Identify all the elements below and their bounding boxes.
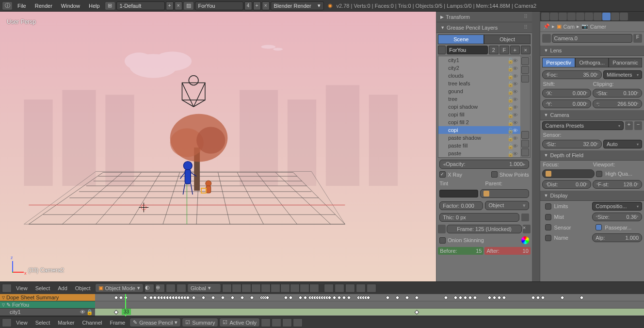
highquality-checkbox[interactable] (596, 171, 602, 177)
menu-render[interactable]: Render (31, 1, 56, 10)
xray-checkbox[interactable] (439, 171, 446, 178)
passepartout-checkbox[interactable] (596, 224, 602, 230)
pivot-dropdown[interactable]: ⊕ (155, 284, 165, 293)
gp-browse-icon[interactable] (438, 46, 446, 54)
tab-layers-icon[interactable] (550, 13, 558, 20)
focus-object-field[interactable] (542, 169, 595, 178)
layout-add-button[interactable]: + (166, 1, 174, 10)
mist-checkbox[interactable] (545, 214, 551, 220)
snap-icon[interactable] (335, 284, 344, 293)
clipstart-field[interactable]: ◂Sta:0.100▸ (593, 89, 642, 98)
layer-menu-button[interactable] (521, 75, 529, 82)
layer-add-button[interactable] (521, 57, 529, 65)
guides-dropdown[interactable]: Compositio...▾ (592, 202, 642, 211)
opengl-anim-icon[interactable] (367, 284, 376, 293)
dope-mode-dropdown[interactable]: ✎Grease Pencil▾ (129, 318, 181, 327)
breadcrumb-object[interactable]: Cam (564, 24, 575, 30)
editor-type-dope-icon[interactable] (2, 318, 12, 327)
dope-copy-icon[interactable] (282, 318, 292, 327)
ds-menu-select[interactable]: Select (32, 318, 54, 327)
gp-layer-item[interactable]: copi fill🔓👁 (438, 111, 520, 118)
manipulator-icon[interactable] (166, 284, 176, 293)
ortho-button[interactable]: Orthogra... (575, 58, 609, 67)
3d-viewport[interactable]: User Persp (0, 12, 436, 281)
vp-menu-add[interactable]: Add (54, 284, 71, 293)
gp-layer-item[interactable]: city1🔓👁 (438, 56, 520, 64)
camera-fake-button[interactable]: F (633, 34, 642, 43)
camera-browse-icon[interactable] (542, 34, 551, 43)
tab-object-icon[interactable] (576, 13, 584, 20)
menu-window[interactable]: Window (57, 1, 84, 10)
focus-distance-field[interactable]: ◂Dist:0.00▸ (542, 180, 592, 189)
shading-dropdown[interactable]: ◐ (145, 284, 154, 293)
sensor-fit-dropdown[interactable]: Auto▾ (603, 140, 642, 148)
layout-browse-icon[interactable]: ⊞ (105, 1, 115, 10)
orientation-dropdown[interactable]: Global▾ (187, 283, 221, 293)
layer-buttons[interactable] (222, 284, 319, 293)
camera-name-field[interactable]: Camera.0 (552, 34, 632, 43)
perspective-button[interactable]: Perspectiv (542, 58, 576, 67)
tab-scene-icon[interactable] (559, 13, 567, 20)
tint-factor-field[interactable]: Factor: 0.000 (439, 201, 483, 210)
layout-del-button[interactable]: × (175, 1, 182, 10)
gp-layer-item[interactable]: copi🔓👁 (438, 126, 520, 134)
tab-world-icon[interactable] (567, 13, 576, 20)
thickness-field[interactable]: Thic: 0 px (439, 213, 519, 222)
dof-panel-header[interactable]: ▼Depth of Field (540, 150, 644, 161)
ds-menu-view[interactable]: View (13, 318, 31, 327)
scene-browse-icon[interactable]: ▨ (183, 1, 194, 10)
layer-movedown-button[interactable] (521, 140, 529, 148)
limits-checkbox[interactable] (545, 203, 551, 210)
ds-menu-frame[interactable]: Frame (106, 318, 129, 327)
dope-layer-row[interactable]: city1👁🔒 (0, 309, 95, 316)
dope-ruler[interactable]: 0100200300400500600700800900100011001200… (95, 316, 644, 316)
snap-element-icon[interactable] (345, 284, 355, 293)
ds-menu-marker[interactable]: Marker (54, 318, 78, 327)
editor-type-3dview-icon[interactable] (2, 284, 12, 293)
vp-menu-view[interactable]: View (13, 284, 31, 293)
gp-layer-item[interactable]: paste fill🔓👁 (438, 142, 520, 149)
onion-before-field[interactable]: Before:15 (438, 247, 483, 255)
layout-field[interactable]: 1-Default (116, 1, 165, 10)
preset-remove-button[interactable]: − (634, 121, 642, 130)
gp-layer-item[interactable]: copi fill 2🔓👁 (438, 118, 520, 126)
tab-render-icon[interactable] (541, 13, 549, 20)
scene-add-button[interactable]: + (253, 1, 261, 10)
tab-texture-icon[interactable] (620, 13, 628, 20)
scene-field[interactable]: ForYou (195, 1, 243, 10)
gp-layers-panel-header[interactable]: ▼Grease Pencil Layers⠿ (436, 22, 532, 33)
panoramic-button[interactable]: Panoramic (609, 58, 642, 67)
editor-type-icon[interactable]: ⓘ (2, 1, 13, 10)
pin-icon[interactable]: 📌 (543, 23, 550, 30)
tab-object[interactable]: Object (484, 34, 530, 44)
gp-layer-item[interactable]: clouds🔓👁 (438, 72, 520, 80)
engine-dropdown[interactable]: Blender Render▾ (271, 1, 324, 10)
vp-menu-object[interactable]: Object (72, 284, 94, 293)
gp-layer-item[interactable]: tree🔓👁 (438, 95, 520, 103)
ds-menu-channel[interactable]: Channel (79, 318, 105, 327)
dope-activeonly-toggle[interactable]: ☑Active Only (219, 318, 260, 327)
camera-panel-header[interactable]: ▼Camera (540, 110, 644, 120)
thickness-options-icon[interactable] (521, 213, 529, 221)
gp-unlink-button[interactable]: × (521, 46, 531, 54)
focal-field[interactable]: ◂Foc:35.00▸ (542, 70, 602, 79)
lens-panel-header[interactable]: ▼Lens (540, 46, 644, 56)
gp-layer-item[interactable]: copi shadow🔓👁 (438, 103, 520, 111)
transform-panel-header[interactable]: ▶Transform⠿ (436, 12, 532, 22)
frame-delete-icon[interactable]: × (523, 225, 531, 233)
menu-file[interactable]: File (14, 1, 30, 10)
display-panel-header[interactable]: ▼Display (540, 191, 644, 201)
gp-new-button[interactable]: + (510, 46, 520, 54)
preset-add-button[interactable]: + (625, 121, 633, 130)
manipulator-translate-icon[interactable] (177, 284, 186, 293)
dope-summary-toggle[interactable]: ☑Summary (182, 318, 218, 327)
opengl-render-icon[interactable] (356, 284, 366, 293)
mode-dropdown[interactable]: ▣Object Mode▾ (95, 283, 144, 293)
lens-unit-dropdown[interactable]: Millimeters▾ (603, 70, 642, 79)
sensor-size-field[interactable]: ◂Siz:32.00▸ (542, 140, 602, 148)
frame-field[interactable]: Frame: 125 (Unlocked) (447, 225, 522, 233)
gp-users[interactable]: 2 (489, 46, 499, 54)
fstop-field[interactable]: ◂F-st:128.0▸ (593, 180, 642, 189)
vp-menu-select[interactable]: Select (32, 284, 54, 293)
opacity-field[interactable]: ◂Opacity:1.000▸ (439, 160, 529, 169)
